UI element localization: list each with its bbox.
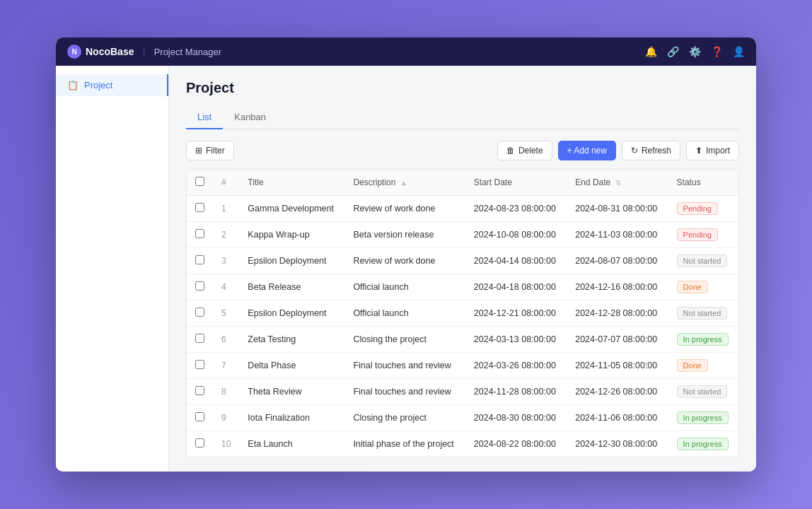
header-start-date: Start Date: [465, 170, 567, 196]
settings-icon[interactable]: ⚙️: [689, 46, 701, 57]
row-checkbox[interactable]: [195, 203, 204, 212]
row-start-date: 2024-10-08 08:00:00: [465, 222, 567, 248]
delete-button[interactable]: 🗑 Delete: [497, 141, 552, 160]
sidebar: 📋 Project: [56, 66, 169, 472]
row-title: Kappa Wrap-up: [239, 222, 344, 248]
status-badge: Not started: [677, 307, 728, 320]
row-checkbox-cell: [187, 222, 213, 248]
row-status: In progress: [668, 405, 738, 431]
row-checkbox-cell: [187, 405, 213, 431]
row-end-date: 2024-12-16 08:00:00: [567, 274, 668, 300]
delete-icon: 🗑: [506, 146, 515, 156]
row-title: Iota Finalization: [239, 405, 344, 431]
app-name: Project Manager: [154, 47, 221, 57]
logo-icon: N: [67, 45, 81, 59]
help-icon[interactable]: ❓: [711, 46, 723, 57]
row-status: Done: [668, 274, 738, 300]
table-row: 9 Iota Finalization Closing the project …: [187, 405, 738, 431]
row-checkbox[interactable]: [195, 229, 204, 238]
row-end-date: 2024-08-07 08:00:00: [567, 248, 668, 274]
row-title: Epsilon Deployment: [239, 300, 344, 327]
logo-text: NocoBase: [86, 46, 134, 57]
tab-list[interactable]: List: [186, 106, 223, 129]
row-description: Review of work done: [344, 248, 465, 274]
row-title: Epsilon Deployment: [239, 248, 344, 274]
table-row: 6 Zeta Testing Closing the project 2024-…: [187, 327, 738, 353]
delete-label: Delete: [518, 146, 543, 156]
row-start-date: 2024-04-14 08:00:00: [465, 248, 567, 274]
row-end-date: 2024-12-30 08:00:00: [567, 431, 668, 457]
row-checkbox[interactable]: [195, 308, 204, 317]
row-end-date: 2024-11-06 08:00:00: [567, 405, 668, 431]
table-row: 3 Epsilon Deployment Review of work done…: [187, 248, 738, 274]
row-checkbox[interactable]: [195, 255, 204, 264]
tab-kanban[interactable]: Kanban: [223, 106, 277, 129]
header-number: #: [213, 170, 239, 196]
row-status: Not started: [668, 379, 738, 405]
row-title: Zeta Testing: [239, 327, 344, 353]
row-number: 5: [213, 300, 239, 327]
row-number: 9: [213, 405, 239, 431]
row-status: Done: [668, 353, 738, 379]
bell-icon[interactable]: 🔔: [645, 46, 657, 57]
status-badge: Pending: [677, 228, 718, 241]
add-new-button[interactable]: + Add new: [558, 141, 616, 160]
row-start-date: 2024-12-21 08:00:00: [465, 300, 567, 327]
row-checkbox-cell: [187, 431, 213, 457]
row-checkbox[interactable]: [195, 360, 204, 369]
filter-button[interactable]: ⊞ Filter: [186, 141, 234, 160]
row-status: Pending: [668, 196, 738, 222]
app-window: N NocoBase | Project Manager 🔔 🔗 ⚙️ ❓ 👤 …: [56, 37, 756, 472]
row-description: Official launch: [344, 300, 465, 327]
toolbar-right: 🗑 Delete + Add new ↻ Refresh ⬆ Import: [497, 141, 739, 160]
status-badge: Not started: [677, 255, 728, 267]
row-start-date: 2024-08-22 08:00:00: [465, 431, 567, 457]
row-title: Gamma Development: [239, 196, 344, 222]
status-badge: In progress: [677, 333, 729, 346]
import-button[interactable]: ⬆ Import: [686, 141, 739, 160]
row-description: Closing the project: [344, 327, 465, 353]
row-description: Closing the project: [344, 405, 465, 431]
link-icon[interactable]: 🔗: [667, 46, 679, 57]
header-end-date[interactable]: End Date ⇅: [567, 170, 668, 196]
filter-label: Filter: [206, 146, 225, 156]
row-checkbox[interactable]: [195, 281, 204, 291]
row-checkbox-cell: [187, 353, 213, 379]
select-all-checkbox[interactable]: [195, 177, 204, 186]
row-start-date: 2024-03-26 08:00:00: [465, 353, 567, 379]
row-status: Not started: [668, 248, 738, 274]
row-number: 8: [213, 379, 239, 405]
page-title: Project: [186, 80, 739, 96]
logo-area: N NocoBase: [67, 45, 134, 59]
toolbar: ⊞ Filter 🗑 Delete + Add new ↻ Refresh: [186, 141, 739, 160]
row-checkbox[interactable]: [195, 438, 204, 447]
row-number: 7: [213, 353, 239, 379]
row-checkbox[interactable]: [195, 334, 204, 343]
row-end-date: 2024-11-05 08:00:00: [567, 353, 668, 379]
refresh-button[interactable]: ↻ Refresh: [622, 141, 680, 160]
header-description[interactable]: Description ▲: [344, 170, 465, 196]
row-checkbox[interactable]: [195, 412, 204, 421]
sort-icon: ▲: [400, 179, 407, 187]
add-new-label: + Add new: [567, 146, 607, 156]
table-row: 7 Delta Phase Final touches and review 2…: [187, 353, 738, 379]
table-row: 5 Epsilon Deployment Official launch 202…: [187, 300, 738, 327]
row-start-date: 2024-03-13 08:00:00: [465, 327, 567, 353]
project-icon: 📋: [67, 80, 79, 90]
header-status: Status: [668, 170, 738, 196]
sidebar-item-project[interactable]: 📋 Project: [56, 74, 168, 96]
sidebar-item-label: Project: [84, 80, 112, 90]
row-checkbox-cell: [187, 300, 213, 327]
user-icon[interactable]: 👤: [733, 46, 745, 57]
row-description: Final touches and review: [344, 353, 465, 379]
import-label: Import: [706, 146, 730, 156]
row-end-date: 2024-11-03 08:00:00: [567, 222, 668, 248]
header-checkbox-cell: [187, 170, 213, 196]
row-description: Initial phase of the project: [344, 431, 465, 457]
row-checkbox[interactable]: [195, 386, 204, 395]
main-content: Project List Kanban ⊞ Filter 🗑: [169, 66, 756, 472]
row-end-date: 2024-12-26 08:00:00: [567, 379, 668, 405]
row-description: Final touches and review: [344, 379, 465, 405]
row-checkbox-cell: [187, 248, 213, 274]
row-title: Beta Release: [239, 274, 344, 300]
